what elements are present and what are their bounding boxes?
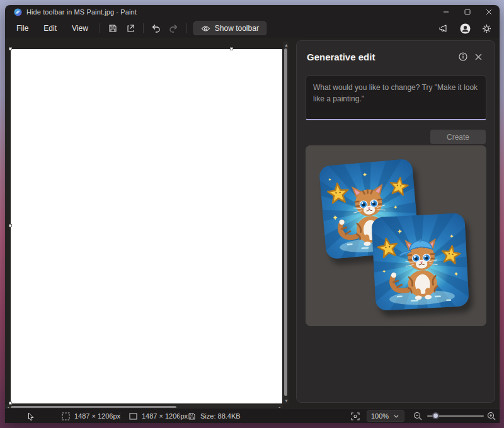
canvas-size-value: 1487 × 1206px xyxy=(142,412,188,420)
zoom-in-icon xyxy=(487,412,496,420)
fit-to-screen-button[interactable] xyxy=(351,408,360,423)
menu-view[interactable]: View xyxy=(64,21,96,36)
eye-icon xyxy=(201,25,210,32)
maximize-icon xyxy=(464,9,471,15)
zoom-slider-thumb[interactable] xyxy=(432,412,439,419)
undo-button[interactable] xyxy=(147,21,165,36)
cursor-icon xyxy=(28,412,35,420)
panel-header: Generative edit xyxy=(297,41,495,70)
show-toolbar-label: Show toolbar xyxy=(215,24,259,33)
cursor-position-indicator xyxy=(28,408,35,423)
file-size-indicator: Size: 88.4KB xyxy=(188,408,241,423)
zoom-out-button[interactable] xyxy=(413,408,422,423)
redo-button[interactable] xyxy=(165,21,183,36)
close-icon xyxy=(475,54,482,60)
undo-icon xyxy=(151,24,161,33)
file-size-icon xyxy=(188,412,196,420)
generated-preview-image[interactable] xyxy=(306,145,486,326)
settings-button[interactable] xyxy=(478,21,495,36)
titlebar: Hide toolbar in MS Paint.jpg - Paint xyxy=(5,5,500,19)
file-size-value: Size: 88.4KB xyxy=(200,412,241,420)
divider xyxy=(120,412,120,420)
panel-close-button[interactable] xyxy=(471,49,486,64)
menu-file[interactable]: File xyxy=(9,21,36,36)
scroll-down-arrow[interactable]: ▼ xyxy=(284,398,289,403)
minimize-button[interactable] xyxy=(435,5,457,19)
divider xyxy=(143,23,144,33)
divider xyxy=(186,23,187,33)
zoom-level-dropdown[interactable]: 100% xyxy=(367,410,404,422)
selection-handle-top-left[interactable] xyxy=(9,47,12,50)
menubar-right xyxy=(435,19,495,38)
divider xyxy=(179,412,180,420)
close-button[interactable] xyxy=(478,5,500,19)
zoom-out-icon xyxy=(413,412,422,420)
account-icon xyxy=(460,23,471,34)
vertical-scrollbar[interactable]: ▲ ▼ xyxy=(283,42,289,404)
create-button[interactable]: Create xyxy=(430,130,486,144)
info-button[interactable] xyxy=(455,49,471,64)
info-icon xyxy=(459,52,467,61)
paint-canvas[interactable] xyxy=(11,49,282,403)
share-button[interactable] xyxy=(122,21,139,36)
close-icon xyxy=(486,9,492,15)
redo-icon xyxy=(169,24,178,33)
divider xyxy=(100,23,100,33)
save-icon xyxy=(108,24,117,33)
selection-icon xyxy=(62,412,70,420)
prompt-input[interactable] xyxy=(306,76,486,120)
menu-edit[interactable]: Edit xyxy=(36,21,64,36)
two-cat-sticker-cards-preview xyxy=(306,145,486,326)
selection-size-indicator: 1487 × 1206px xyxy=(62,408,120,423)
window-title: Hide toolbar in MS Paint.jpg - Paint xyxy=(26,8,137,16)
menubar: File Edit View Show toolbar xyxy=(5,19,500,38)
selection-handle-left[interactable] xyxy=(9,224,12,227)
caption-buttons xyxy=(435,5,500,19)
generative-edit-panel: Generative edit Create xyxy=(296,40,495,403)
maximize-button[interactable] xyxy=(457,5,478,19)
canvas-size-icon xyxy=(129,413,137,420)
account-button[interactable] xyxy=(457,21,473,36)
panel-title: Generative edit xyxy=(307,52,455,62)
show-toolbar-button[interactable]: Show toolbar xyxy=(193,21,266,35)
zoom-in-button[interactable] xyxy=(487,408,496,423)
share-icon xyxy=(126,24,135,33)
scroll-up-arrow[interactable]: ▲ xyxy=(284,42,289,48)
paint-window: Hide toolbar in MS Paint.jpg - Paint Fil… xyxy=(5,5,500,423)
minimize-icon xyxy=(443,9,449,15)
statusbar: 1487 × 1206px 1487 × 1206px Size: 88.4KB… xyxy=(5,408,500,423)
selection-handle-top[interactable] xyxy=(230,47,233,50)
save-button[interactable] xyxy=(104,21,122,36)
vertical-scroll-thumb[interactable] xyxy=(284,48,287,396)
feedback-megaphone-icon xyxy=(438,24,449,33)
fit-screen-icon xyxy=(351,412,360,420)
feedback-button[interactable] xyxy=(435,21,452,36)
prompt-box xyxy=(306,76,486,123)
paint-app-icon xyxy=(14,8,22,16)
zoom-level-value: 100% xyxy=(371,412,389,420)
settings-gear-icon xyxy=(482,24,491,33)
chevron-down-icon xyxy=(394,415,399,418)
selection-size-value: 1487 × 1206px xyxy=(74,412,120,420)
